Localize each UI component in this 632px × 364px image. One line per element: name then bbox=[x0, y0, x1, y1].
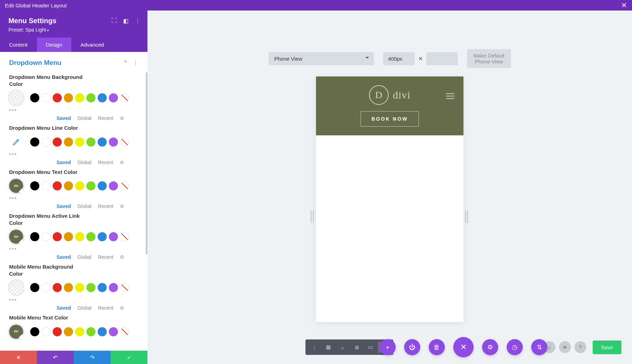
swatch-purple[interactable] bbox=[109, 137, 118, 147]
more-dots-icon[interactable]: ••• bbox=[9, 151, 138, 157]
color-tab-global[interactable]: Global bbox=[77, 160, 91, 165]
swatch-blue[interactable] bbox=[98, 93, 107, 102]
swatch-red[interactable] bbox=[53, 232, 62, 241]
swatch-yellow[interactable] bbox=[75, 137, 84, 147]
swatch-green[interactable] bbox=[86, 93, 96, 102]
power-icon[interactable]: ⏻ bbox=[404, 339, 420, 355]
swatch-white[interactable] bbox=[41, 181, 51, 190]
swatch-orange[interactable] bbox=[64, 93, 73, 102]
more-icon[interactable]: ⋮ bbox=[135, 18, 140, 24]
swatch-green[interactable] bbox=[86, 283, 96, 292]
eyedropper-icon[interactable] bbox=[9, 135, 23, 149]
gear-icon[interactable]: ⚙ bbox=[120, 203, 124, 209]
book-now-button[interactable]: BOOK NOW bbox=[361, 111, 419, 127]
tab-design[interactable]: Design bbox=[37, 38, 72, 52]
color-tab-recent[interactable]: Recent bbox=[98, 254, 113, 260]
swatch-purple[interactable] bbox=[109, 283, 118, 292]
swatch-orange[interactable] bbox=[64, 181, 73, 190]
history-icon[interactable]: ◷ bbox=[507, 339, 523, 355]
preset-selector[interactable]: Preset: Spa Light bbox=[8, 27, 139, 33]
swatch-orange[interactable] bbox=[64, 232, 73, 241]
color-tab-saved[interactable]: Saved bbox=[57, 115, 71, 121]
swatch-white[interactable] bbox=[41, 283, 51, 292]
swatch-orange[interactable] bbox=[64, 137, 73, 147]
layers-icon[interactable]: ≋ bbox=[559, 341, 571, 353]
selected-swatch[interactable]: ✎ bbox=[9, 325, 23, 339]
swatch-black[interactable] bbox=[30, 181, 39, 190]
swatch-black[interactable] bbox=[30, 137, 39, 147]
close-button[interactable]: ✕ bbox=[453, 337, 474, 357]
swatch-red[interactable] bbox=[53, 181, 62, 190]
swatch-black[interactable] bbox=[30, 93, 39, 102]
view-select[interactable]: Phone View bbox=[269, 52, 374, 65]
swatch-yellow[interactable] bbox=[75, 283, 84, 292]
confirm-button[interactable]: ✓ bbox=[111, 351, 147, 364]
color-tab-saved[interactable]: Saved bbox=[57, 203, 71, 209]
gear-icon[interactable]: ⚙ bbox=[120, 160, 124, 165]
color-tab-recent[interactable]: Recent bbox=[98, 160, 113, 165]
swatch-clear[interactable] bbox=[120, 232, 129, 241]
swatch-purple[interactable] bbox=[109, 181, 118, 190]
swatch-white[interactable] bbox=[41, 137, 51, 147]
swatch-green[interactable] bbox=[86, 181, 96, 190]
swatch-black[interactable] bbox=[30, 327, 39, 336]
close-icon[interactable]: ✕ bbox=[621, 1, 627, 9]
settings-icon[interactable]: ⚙ bbox=[482, 339, 498, 355]
color-tab-recent[interactable]: Recent bbox=[98, 305, 113, 311]
selected-swatch[interactable] bbox=[9, 281, 23, 295]
swatch-red[interactable] bbox=[53, 283, 62, 292]
swatch-purple[interactable] bbox=[109, 93, 118, 102]
cancel-button[interactable]: ✕ bbox=[0, 351, 37, 364]
swatch-red[interactable] bbox=[53, 137, 62, 147]
swatch-orange[interactable] bbox=[64, 327, 73, 336]
swatch-white[interactable] bbox=[41, 327, 51, 336]
color-tab-saved[interactable]: Saved bbox=[57, 305, 71, 311]
color-tab-global[interactable]: Global bbox=[77, 305, 91, 311]
width-input[interactable] bbox=[383, 52, 415, 65]
swatch-red[interactable] bbox=[53, 93, 62, 102]
color-tab-recent[interactable]: Recent bbox=[98, 115, 113, 121]
redo-button[interactable]: ↷ bbox=[74, 351, 111, 364]
add-button[interactable]: ＋ bbox=[380, 339, 396, 355]
color-tab-recent[interactable]: Recent bbox=[98, 203, 113, 209]
swatch-yellow[interactable] bbox=[75, 93, 84, 102]
settings-scroll[interactable]: Dropdown Menu Background Color ••• Saved… bbox=[0, 70, 147, 351]
collapse-icon[interactable]: ⌃ bbox=[123, 60, 128, 66]
swatch-blue[interactable] bbox=[98, 283, 107, 292]
swatch-clear[interactable] bbox=[120, 93, 129, 102]
swatch-blue[interactable] bbox=[98, 232, 107, 241]
swatch-purple[interactable] bbox=[109, 327, 118, 336]
more-dots-icon[interactable]: ••• bbox=[9, 195, 138, 201]
section-more-icon[interactable]: ⋮ bbox=[133, 60, 138, 66]
swatch-yellow[interactable] bbox=[75, 327, 84, 336]
swatch-orange[interactable] bbox=[64, 283, 73, 292]
swatch-black[interactable] bbox=[30, 283, 39, 292]
trash-icon[interactable]: 🗑 bbox=[429, 339, 445, 355]
gear-icon[interactable]: ⚙ bbox=[120, 115, 124, 121]
resize-handle-left[interactable] bbox=[311, 210, 314, 223]
more-dots-icon[interactable]: ••• bbox=[9, 246, 138, 252]
help-icon[interactable]: ? bbox=[574, 341, 586, 353]
swatch-green[interactable] bbox=[86, 137, 96, 147]
resize-handle-right[interactable] bbox=[465, 210, 468, 223]
swatch-red[interactable] bbox=[53, 327, 62, 336]
color-tab-global[interactable]: Global bbox=[77, 203, 91, 209]
swatch-clear[interactable] bbox=[120, 137, 129, 147]
swatch-clear[interactable] bbox=[120, 181, 129, 190]
save-button[interactable]: Save bbox=[593, 341, 621, 354]
swatch-clear[interactable] bbox=[120, 327, 129, 336]
undo-button[interactable]: ↶ bbox=[37, 351, 74, 364]
swatch-blue[interactable] bbox=[98, 181, 107, 190]
swatch-green[interactable] bbox=[86, 327, 96, 336]
selected-swatch[interactable] bbox=[9, 91, 23, 105]
wireframe-icon[interactable]: ▦ bbox=[322, 342, 335, 353]
columns-icon[interactable]: ◧ bbox=[123, 18, 129, 24]
color-tab-global[interactable]: Global bbox=[77, 254, 91, 260]
swatch-purple[interactable] bbox=[109, 232, 118, 241]
selected-swatch[interactable]: ✎ bbox=[9, 230, 23, 244]
more-icon[interactable]: ⋮ bbox=[308, 342, 321, 353]
swatch-white[interactable] bbox=[41, 232, 51, 241]
color-tab-saved[interactable]: Saved bbox=[57, 254, 71, 260]
more-dots-icon[interactable]: ••• bbox=[9, 297, 138, 303]
make-default-button[interactable]: Make Default Phone View bbox=[467, 49, 511, 68]
